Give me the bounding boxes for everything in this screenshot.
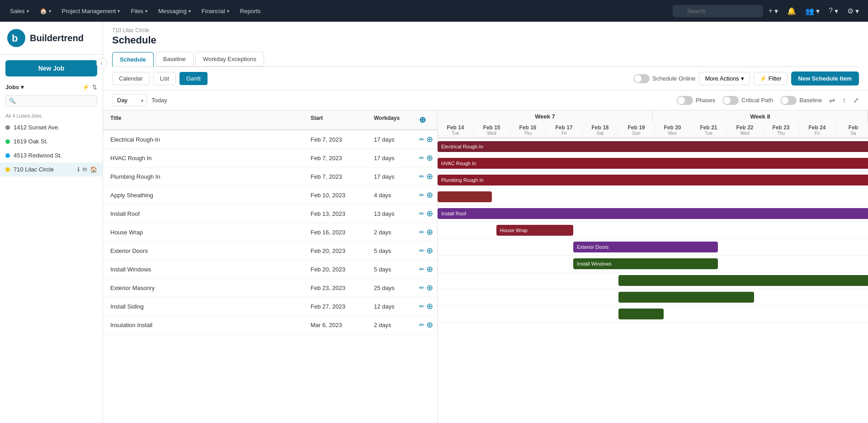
- logo-area: b Buildertrend: [0, 22, 103, 55]
- filter-icon: ⚡: [760, 75, 767, 82]
- edit-icon[interactable]: ✏: [419, 284, 425, 291]
- phases-toggle[interactable]: [677, 96, 693, 105]
- gantt-bar[interactable]: [618, 275, 868, 286]
- cell-actions: ✏ ⊕: [415, 186, 434, 204]
- job-item-4513[interactable]: 4513 Redwood St.: [0, 148, 103, 162]
- calendar-view-button[interactable]: Calendar: [112, 72, 150, 85]
- cell-actions: ✏ ⊕: [415, 204, 434, 223]
- gantt-row: [438, 289, 868, 306]
- filter-icon[interactable]: ⚡: [82, 84, 90, 90]
- add-row-icon[interactable]: ⊕: [426, 190, 433, 200]
- info-icon[interactable]: ℹ: [77, 166, 80, 173]
- edit-icon[interactable]: ✏: [419, 136, 425, 143]
- new-job-button[interactable]: New Job: [5, 60, 97, 76]
- edit-icon[interactable]: ✏: [419, 228, 425, 236]
- filter-button[interactable]: ⚡ Filter: [754, 72, 788, 85]
- today-button[interactable]: Today: [151, 97, 167, 104]
- baseline-toggle[interactable]: [780, 96, 797, 105]
- nav-files[interactable]: Files ▾: [126, 6, 151, 16]
- add-button[interactable]: + ▾: [765, 5, 782, 17]
- add-all-icon[interactable]: ⊕: [419, 115, 426, 124]
- edit-icon[interactable]: ✏: [419, 247, 425, 254]
- jobs-label[interactable]: Jobs ▾: [5, 84, 24, 90]
- add-row-icon[interactable]: ⊕: [426, 283, 433, 293]
- gantt-bar[interactable]: Exterior Doors: [573, 242, 718, 252]
- chevron-down-icon: ▾: [855, 7, 859, 15]
- edit-icon[interactable]: ✏: [419, 266, 425, 273]
- add-row-icon[interactable]: ⊕: [426, 320, 433, 330]
- add-row-icon[interactable]: ⊕: [426, 264, 433, 274]
- add-row-icon[interactable]: ⊕: [426, 246, 433, 256]
- tab-baseline[interactable]: Baseline: [156, 52, 193, 67]
- day-date: Feb 14: [438, 124, 473, 131]
- cell-start: Feb 7, 2023: [307, 132, 370, 147]
- add-row-icon[interactable]: ⊕: [426, 153, 433, 163]
- search-input[interactable]: [673, 5, 763, 17]
- edit-icon[interactable]: ✏: [419, 303, 425, 310]
- gantt-bar[interactable]: House Wrap: [496, 225, 573, 236]
- tab-schedule[interactable]: Schedule: [112, 52, 154, 67]
- cell-title: House Wrap: [107, 225, 307, 240]
- help-button[interactable]: ? ▾: [825, 5, 842, 17]
- cell-title: HVAC Rough In: [107, 151, 307, 166]
- gantt-chart[interactable]: Week 7 Week 8 Feb 14TueFeb 15WedFeb 16Th…: [438, 110, 868, 423]
- day-select[interactable]: Day Week Month: [112, 94, 147, 106]
- edit-icon[interactable]: ✏: [419, 210, 425, 217]
- gantt-bar[interactable]: Install Roof: [438, 208, 868, 219]
- gantt-view-button[interactable]: Gantt: [179, 72, 208, 85]
- people-button[interactable]: 👥 ▾: [802, 5, 823, 17]
- cell-title: Plumbing Rough In: [107, 169, 307, 184]
- add-row-icon[interactable]: ⊕: [426, 134, 433, 144]
- cell-start: Feb 7, 2023: [307, 151, 370, 166]
- nav-messaging[interactable]: Messaging ▾: [154, 6, 195, 16]
- gantt-bar[interactable]: [438, 191, 492, 202]
- col-header-workdays: Workdays: [370, 110, 415, 129]
- breadcrumb: 710 Lilac Circle: [112, 27, 859, 33]
- new-schedule-item-button[interactable]: New Schedule Item: [791, 71, 859, 86]
- gantt-bar[interactable]: [618, 309, 664, 319]
- add-row-icon[interactable]: ⊕: [426, 301, 433, 311]
- expand-icon[interactable]: ⇌: [829, 96, 835, 105]
- job-item-1412[interactable]: 1412 Sunset Ave.: [0, 120, 103, 134]
- sort-icon[interactable]: ⇅: [92, 84, 97, 90]
- gantt-bar[interactable]: Install Windows: [573, 258, 718, 269]
- gantt-bar[interactable]: [618, 292, 754, 303]
- nav-project-management[interactable]: Project Management ▾: [57, 6, 125, 16]
- message-icon[interactable]: ✉: [82, 166, 87, 173]
- tab-workday-exceptions[interactable]: Workday Exceptions: [195, 52, 264, 67]
- edit-icon[interactable]: ✏: [419, 154, 425, 162]
- gantt-bar[interactable]: Electrical Rough-In: [438, 141, 868, 152]
- edit-icon[interactable]: ✏: [419, 321, 425, 328]
- nav-home[interactable]: 🏠 ▾: [35, 6, 56, 16]
- share-icon[interactable]: ↑: [842, 96, 846, 105]
- home-icon[interactable]: 🏠: [90, 166, 97, 173]
- add-row-icon[interactable]: ⊕: [426, 209, 433, 219]
- baseline-label: Baseline: [799, 97, 822, 104]
- sidebar: b Buildertrend New Job Jobs ▾ ⚡ ⇅ 🔍 All …: [0, 22, 103, 423]
- sidebar-collapse-button[interactable]: ‹: [96, 58, 107, 69]
- gantt-row: Install Windows: [438, 256, 868, 272]
- settings-button[interactable]: ⚙ ▾: [844, 5, 863, 17]
- add-row-icon[interactable]: ⊕: [426, 227, 433, 237]
- gantt-bar[interactable]: HVAC Rough In: [438, 158, 868, 169]
- job-name: 4513 Redwood St.: [14, 152, 62, 159]
- add-row-icon[interactable]: ⊕: [426, 171, 433, 181]
- nav-financial[interactable]: Financial ▾: [197, 6, 234, 16]
- fullscreen-icon[interactable]: ⤢: [853, 96, 859, 105]
- edit-icon[interactable]: ✏: [419, 173, 425, 180]
- nav-sales[interactable]: Sales ▾: [5, 6, 33, 16]
- list-view-button[interactable]: List: [153, 72, 176, 85]
- job-item-1619[interactable]: 1619 Oak St.: [0, 134, 103, 148]
- schedule-online-toggle[interactable]: [633, 74, 650, 83]
- gantt-bar[interactable]: Plumbing Rough In: [438, 175, 868, 185]
- cell-actions: ✏ ⊕: [415, 130, 434, 148]
- job-item-710[interactable]: 710 Lilac Circle ℹ ✉ 🏠: [0, 162, 103, 176]
- table-row: Install Siding Feb 27, 2023 12 days ✏ ⊕: [103, 297, 437, 316]
- notifications-button[interactable]: 🔔: [783, 5, 800, 17]
- edit-icon[interactable]: ✏: [419, 191, 425, 199]
- nav-reports[interactable]: Reports: [236, 6, 265, 16]
- day-cell: Feb 21Tue: [691, 123, 727, 138]
- sidebar-search-input[interactable]: [5, 95, 97, 107]
- more-actions-button[interactable]: More Actions ▾: [699, 72, 750, 85]
- critical-path-toggle[interactable]: [722, 96, 739, 105]
